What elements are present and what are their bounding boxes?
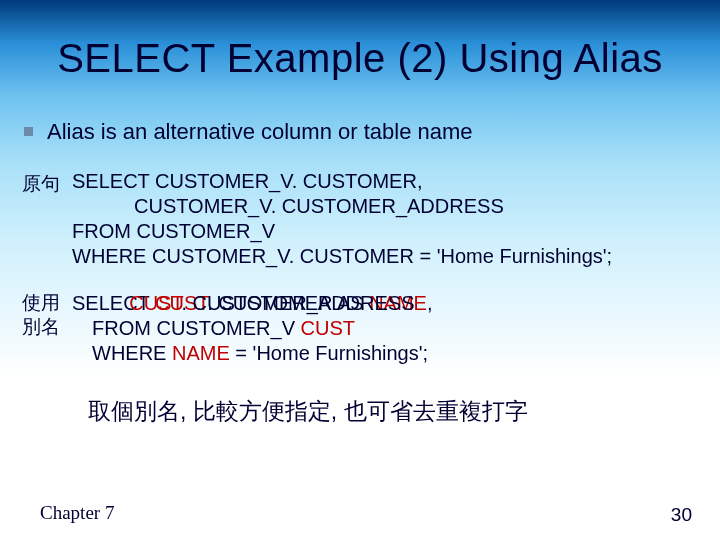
bullet-text: Alias is an alternative column or table …	[47, 119, 473, 145]
sql-line: WHERE CUSTOMER_V. CUSTOMER = 'Home Furni…	[72, 244, 612, 269]
slide-title: SELECT Example (2) Using Alias	[0, 0, 720, 81]
sql-line: FROM CUSTOMER_V	[72, 219, 612, 244]
block2-label: 使用 別名	[22, 291, 60, 339]
bullet-item: Alias is an alternative column or table …	[24, 119, 720, 145]
block2-label-line2: 別名	[22, 315, 60, 339]
original-sql-block: 原句 SELECT CUSTOMER_V. CUSTOMER, CUSTOMER…	[22, 169, 720, 269]
sql-text: . CUSTOMER_ADDRESS	[181, 292, 414, 314]
block2-sql: SELECT CUST. CUSTOMER AS NAME, CUST. CUS…	[72, 291, 432, 366]
block1-sql: SELECT CUSTOMER_V. CUSTOMER, CUSTOMER_V.…	[72, 169, 612, 269]
sql-line: SELECT CUSTOMER_V. CUSTOMER,	[72, 169, 612, 194]
alias-keyword: CUST	[129, 292, 181, 314]
alias-keyword: CUST	[301, 317, 355, 339]
bullet-square-icon	[24, 127, 33, 136]
block1-label: 原句	[22, 171, 60, 197]
sql-text: WHERE	[92, 342, 172, 364]
sql-overflow-text: CUST. CUSTOMER_ADDRESS	[129, 291, 414, 316]
page-number: 30	[671, 504, 692, 526]
sql-line: FROM CUSTOMER_V CUST	[72, 316, 432, 341]
chapter-label: Chapter 7	[40, 502, 114, 524]
sql-text: ,	[427, 292, 433, 314]
alias-sql-block: 使用 別名 SELECT CUST. CUSTOMER AS NAME, CUS…	[22, 291, 720, 366]
block2-label-line1: 使用	[22, 291, 60, 315]
sql-line: CUSTOMER_V. CUSTOMER_ADDRESS	[72, 194, 612, 219]
sql-line: WHERE NAME = 'Home Furnishings';	[72, 341, 432, 366]
alias-keyword: NAME	[172, 342, 230, 364]
footnote-text: 取個別名, 比較方便指定, 也可省去重複打字	[88, 396, 720, 427]
sql-text: FROM CUSTOMER_V	[92, 317, 301, 339]
sql-line: SELECT CUST. CUSTOMER AS NAME, CUST. CUS…	[72, 291, 432, 316]
sql-text: = 'Home Furnishings';	[230, 342, 428, 364]
